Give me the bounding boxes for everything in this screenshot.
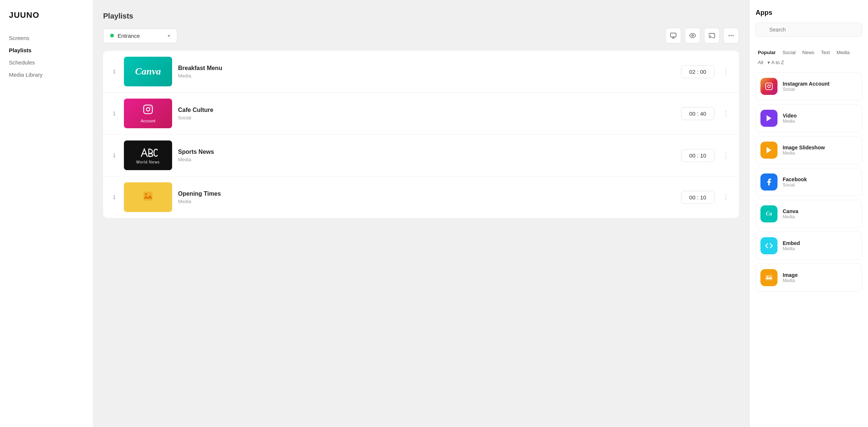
screen-icon (670, 32, 677, 39)
app-type: Media (783, 278, 798, 283)
cast-icon-btn[interactable] (704, 28, 720, 43)
screen-icon-btn[interactable] (665, 28, 681, 43)
abc-thumb: World News (124, 140, 172, 170)
svg-marker-16 (767, 115, 772, 122)
item-number: 1 (111, 194, 118, 200)
abc-logo (138, 147, 158, 159)
sidebar-item-playlists[interactable]: Playlists (9, 44, 84, 56)
canva-logo-text: Canva (135, 66, 161, 77)
app-type: Media (783, 246, 800, 251)
toolbar-icons (665, 28, 739, 43)
canva-thumb: Canva (124, 57, 172, 86)
sidebar-item-screens[interactable]: Screens (9, 32, 84, 44)
canva-app-icon: Ca (760, 205, 777, 222)
filter-tab-social[interactable]: Social (780, 49, 798, 56)
slideshow-app-icon (760, 142, 777, 159)
app-type: Media (783, 119, 797, 124)
more-icon-btn[interactable] (723, 28, 739, 43)
logo: JUUNO (9, 10, 84, 20)
filter-tab-media[interactable]: Media (834, 49, 852, 56)
item-duration: 00 : 10 (681, 149, 714, 162)
status-dot (110, 34, 114, 37)
svg-marker-17 (767, 147, 772, 153)
playlist-container: 1 Canva Breakfast Menu Media 02 : 00 ⋮ 1 (103, 51, 739, 218)
chevron-down-icon: ▾ (168, 33, 170, 39)
item-thumbnail: World News (124, 140, 172, 170)
app-info: Video Media (783, 113, 797, 124)
app-card-instagram[interactable]: Instagram Account Social (756, 72, 862, 100)
dropdown-label: Entrance (118, 33, 140, 39)
item-more-button[interactable]: ⋮ (720, 192, 731, 203)
item-type: Media (178, 157, 675, 162)
app-name: Image Slideshow (783, 145, 825, 150)
search-wrapper (756, 23, 862, 43)
app-type: Social (783, 87, 829, 92)
app-type: Social (783, 182, 807, 188)
world-news-label: World News (136, 160, 160, 164)
app-card-video[interactable]: Video Media (756, 104, 862, 132)
svg-rect-18 (766, 275, 772, 281)
app-card-embed[interactable]: Embed Media (756, 232, 862, 260)
svg-point-5 (729, 35, 730, 36)
app-info: Image Slideshow Media (783, 145, 825, 156)
filter-tab-popular[interactable]: Popular (756, 49, 778, 56)
playlist-dropdown[interactable]: Entrance ▾ (103, 29, 177, 43)
panel-title: Apps (756, 9, 862, 17)
app-info: Instagram Account Social (783, 81, 829, 92)
main-content: Playlists Entrance ▾ 1 (93, 0, 749, 427)
app-type: Media (783, 214, 798, 219)
sidebar-item-media-library[interactable]: Media Library (9, 69, 84, 81)
instagram-label: Account (141, 119, 155, 123)
app-name: Image (783, 272, 798, 278)
app-type: Media (783, 150, 825, 156)
svg-point-19 (767, 276, 768, 277)
sidebar-item-schedules[interactable]: Schedules (9, 56, 84, 69)
item-name: Sports News (178, 149, 675, 155)
chevron-icon: ▾ (767, 60, 770, 65)
item-name: Breakfast Menu (178, 65, 675, 72)
item-number: 1 (111, 152, 118, 158)
app-card-slideshow[interactable]: Image Slideshow Media (756, 136, 862, 164)
image-icon (142, 190, 154, 205)
preview-icon-btn[interactable] (685, 28, 700, 43)
svg-rect-0 (671, 33, 676, 37)
filter-tab-text[interactable]: Text (819, 49, 832, 56)
item-type: Media (178, 73, 675, 79)
instagram-thumb: Account (124, 99, 172, 128)
app-name: Instagram Account (783, 81, 829, 87)
item-info: Sports News Media (178, 149, 675, 162)
item-number: 1 (111, 110, 118, 116)
app-info: Embed Media (783, 240, 800, 251)
app-card-canva[interactable]: Ca Canva Media (756, 200, 862, 228)
svg-point-7 (733, 35, 734, 36)
app-card-facebook[interactable]: Facebook Social (756, 168, 862, 196)
search-input[interactable] (756, 23, 862, 37)
embed-app-icon (760, 237, 777, 254)
app-info: Facebook Social (783, 176, 807, 188)
item-more-button[interactable]: ⋮ (720, 66, 731, 77)
item-more-button[interactable]: ⋮ (720, 150, 731, 161)
app-name: Facebook (783, 176, 807, 182)
cast-icon (708, 32, 715, 39)
svg-point-6 (731, 35, 732, 36)
item-thumbnail (124, 182, 172, 212)
item-duration: 00 : 40 (681, 107, 714, 120)
item-duration: 00 : 10 (681, 191, 714, 204)
item-type: Media (178, 199, 675, 204)
item-more-button[interactable]: ⋮ (720, 108, 731, 119)
item-duration: 02 : 00 (681, 65, 714, 78)
instagram-icon (143, 104, 153, 117)
playlist-item: 1 World News Sports News Media (103, 135, 739, 176)
more-icon (728, 32, 734, 39)
filter-tab-news[interactable]: News (800, 49, 817, 56)
item-name: Opening Times (178, 191, 675, 197)
app-card-image[interactable]: Image Media (756, 264, 862, 292)
sidebar-nav: Screens Playlists Schedules Media Librar… (9, 32, 84, 81)
eye-icon (689, 32, 696, 39)
sort-dropdown[interactable]: ▾ A to Z (767, 60, 784, 65)
filter-tabs: Popular Social News Text Media All ▾ A t… (756, 49, 862, 66)
app-name: Video (783, 113, 797, 119)
item-number: 1 (111, 69, 118, 75)
playlist-item: 1 Opening Times Media 00 : 10 ⋮ (103, 176, 739, 218)
filter-tab-all[interactable]: All (756, 59, 765, 66)
